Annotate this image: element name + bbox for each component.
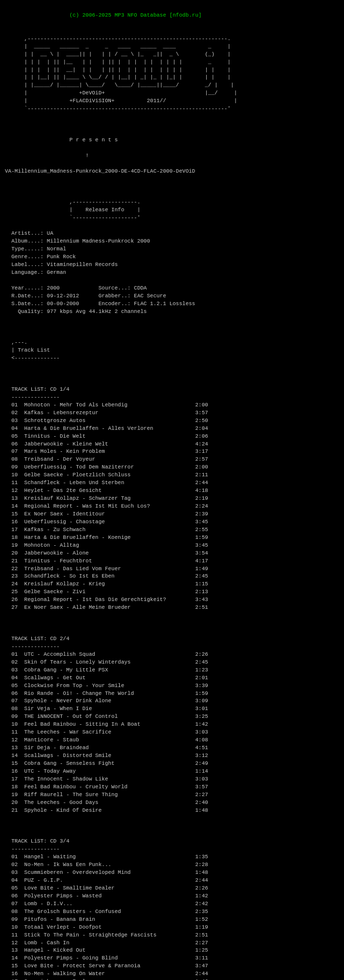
presents-line: P r e s e n t s ! xyxy=(5,129,339,160)
ascii-art-block: ,---------------------------------------… xyxy=(5,27,339,113)
copyright-line: (c) 2006-2025 MP3 NFO Database [nfodb.ru… xyxy=(5,12,202,18)
release-name: VA-Millennium_Madness-Punkrock_2000-DE-4… xyxy=(5,168,339,176)
release-info-box: ,--------------------. | Release Info | … xyxy=(5,191,339,316)
track-list-cd3: TRACK LiST: CD 3/4 --------------- 01 Ha… xyxy=(5,830,339,980)
track-list-header: ,---. | Track List <-------------- xyxy=(5,331,339,362)
track-list-cd2: TRACK LiST: CD 2/4 --------------- 01 UT… xyxy=(5,627,339,815)
track-list-cd1: TRACK LiST: CD 1/4 --------------- 01 Mo… xyxy=(5,378,339,612)
nfo-display: (c) 2006-2025 MP3 NFO Database [nfodb.ru… xyxy=(5,4,339,980)
